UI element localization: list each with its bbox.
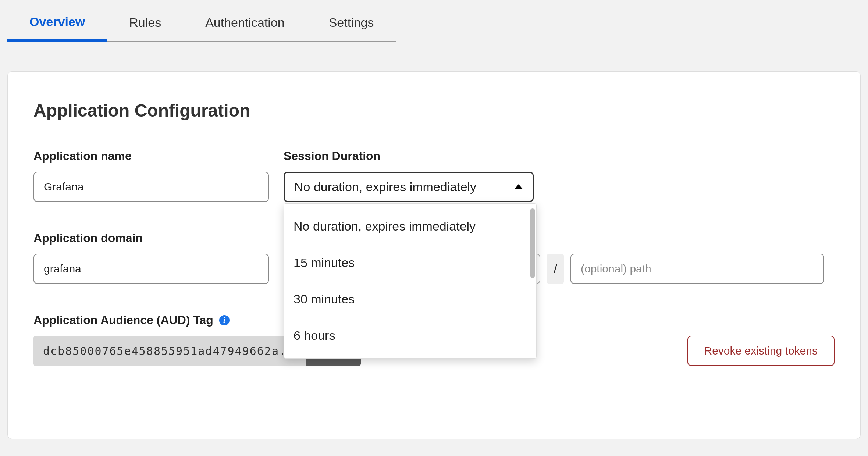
session-option-6h[interactable]: 6 hours: [284, 317, 536, 354]
revoke-tokens-button[interactable]: Revoke existing tokens: [687, 336, 835, 366]
aud-tag-value: dcb85000765e458855951ad47949662a...: [33, 336, 306, 366]
session-option-30m[interactable]: 30 minutes: [284, 281, 536, 317]
aud-label: Application Audience (AUD) Tag: [33, 313, 213, 327]
path-separator: /: [547, 254, 564, 284]
session-duration-label: Session Duration: [284, 149, 534, 163]
config-card: Application Configuration Application na…: [7, 71, 861, 439]
session-duration-dropdown: No duration, expires immediately 15 minu…: [284, 203, 537, 359]
app-name-input[interactable]: [33, 172, 269, 202]
tab-settings[interactable]: Settings: [307, 0, 396, 42]
session-duration-value: No duration, expires immediately: [294, 180, 476, 194]
tab-rules[interactable]: Rules: [107, 0, 183, 42]
caret-up-icon: [514, 184, 523, 189]
tab-authentication[interactable]: Authentication: [183, 0, 307, 42]
tab-overview[interactable]: Overview: [7, 0, 107, 42]
session-option-no-duration[interactable]: No duration, expires immediately: [284, 208, 536, 245]
session-duration-select[interactable]: No duration, expires immediately: [284, 172, 534, 202]
dropdown-scrollbar[interactable]: [530, 208, 535, 278]
session-option-15m[interactable]: 15 minutes: [284, 245, 536, 281]
info-icon[interactable]: i: [219, 315, 230, 325]
card-title: Application Configuration: [33, 100, 835, 121]
app-domain-subdomain-input[interactable]: [33, 254, 269, 284]
tabs-bar: Overview Rules Authentication Settings: [0, 0, 868, 42]
app-name-label: Application name: [33, 149, 269, 163]
app-domain-path-input[interactable]: [570, 254, 824, 284]
